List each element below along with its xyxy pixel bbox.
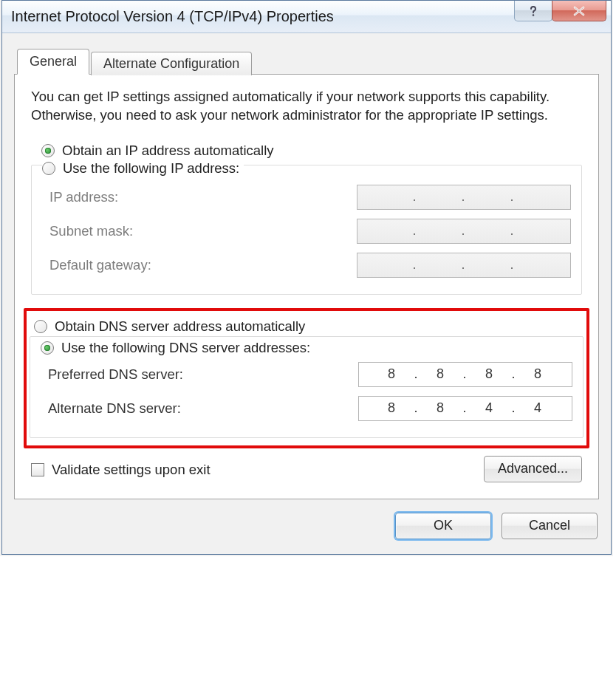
radio-icon [41,144,55,157]
highlight-box: Obtain DNS server address automatically … [24,308,589,448]
field-alternate-dns: Alternate DNS server: 8. 8. 4. 4 [41,392,572,425]
close-icon [572,6,586,16]
close-button[interactable] [552,1,606,21]
help-button[interactable] [514,1,552,21]
advanced-button[interactable]: Advanced... [484,456,582,482]
radio-icon [34,320,47,333]
label-ip-address: IP address: [42,189,118,205]
radio-label: Obtain DNS server address automatically [55,318,305,335]
input-default-gateway[interactable]: ... [357,253,571,278]
tab-general[interactable]: General [17,49,89,75]
field-default-gateway: Default gateway: ... [42,248,571,282]
dialog-footer: OK Cancel [2,499,611,554]
label-preferred-dns: Preferred DNS server: [41,366,183,383]
group-ip-manual: Use the following IP address: IP address… [31,165,582,295]
tab-row: General Alternate Configuration [17,48,599,74]
radio-use-dns-manual[interactable]: Use the following DNS server addresses: [41,340,315,356]
dialog-body: General Alternate Configuration You can … [2,33,611,499]
label-default-gateway: Default gateway: [42,257,151,273]
window-title: Internet Protocol Version 4 (TCP/IPv4) P… [2,8,334,25]
tab-alternate-configuration[interactable]: Alternate Configuration [91,52,252,75]
window-controls [515,1,606,21]
cancel-button[interactable]: Cancel [502,513,598,539]
radio-obtain-dns-auto[interactable]: Obtain DNS server address automatically [30,314,584,336]
input-preferred-dns[interactable]: 8. 8. 8. 8 [358,362,572,387]
field-preferred-dns: Preferred DNS server: 8. 8. 8. 8 [41,358,572,392]
titlebar[interactable]: Internet Protocol Version 4 (TCP/IPv4) P… [2,1,611,33]
dialog-window: Internet Protocol Version 4 (TCP/IPv4) P… [1,0,612,555]
input-alternate-dns[interactable]: 8. 8. 4. 4 [358,396,572,421]
radio-icon [41,341,54,355]
tab-panel-general: You can get IP settings assigned automat… [14,74,599,499]
label-alternate-dns: Alternate DNS server: [41,400,181,417]
field-ip-address: IP address: ... [42,180,571,214]
helper-text: You can get IP settings assigned automat… [31,88,582,125]
field-subnet-mask: Subnet mask: ... [42,214,571,248]
radio-label: Obtain an IP address automatically [62,143,274,159]
radio-obtain-ip-auto[interactable]: Obtain an IP address automatically [31,138,582,162]
checkbox-icon [31,463,44,476]
input-ip-address[interactable]: ... [357,185,571,210]
checkbox-label: Validate settings upon exit [52,462,211,478]
group-dns-manual: Use the following DNS server addresses: … [30,336,584,438]
radio-icon [42,162,55,175]
radio-label: Use the following DNS server addresses: [61,340,310,356]
ok-button[interactable]: OK [395,513,491,539]
input-subnet-mask[interactable]: ... [357,219,571,244]
radio-label: Use the following IP address: [63,160,239,177]
label-subnet-mask: Subnet mask: [42,223,133,239]
help-icon [527,4,540,18]
svg-point-0 [533,14,535,16]
radio-use-ip-manual[interactable]: Use the following IP address: [42,160,244,177]
